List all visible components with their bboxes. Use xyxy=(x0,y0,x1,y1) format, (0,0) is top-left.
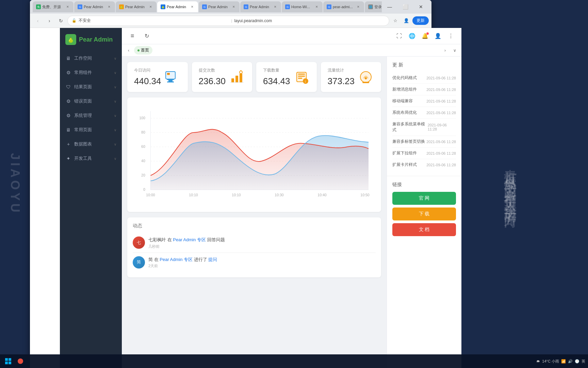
user-button[interactable]: 👤 xyxy=(433,31,443,41)
tab-close-2[interactable]: ✕ xyxy=(148,4,153,9)
stat-value-1: 236.30 xyxy=(199,76,226,87)
result-arrow: ∨ xyxy=(114,85,116,89)
stat-icon-2: ↓ xyxy=(293,68,310,86)
svg-rect-21 xyxy=(362,82,369,83)
update-name-2: 移动端兼容 xyxy=(392,98,413,104)
network-icon: 📶 xyxy=(561,359,566,364)
tab-close-3[interactable]: ✕ xyxy=(190,4,195,9)
stat-info-3: 流量统计 373.23 xyxy=(328,67,355,87)
profile-button[interactable]: 👤 xyxy=(402,16,411,26)
components-label: 常用组件 xyxy=(74,70,111,76)
activity-action-1[interactable]: 提问 xyxy=(208,257,217,262)
svg-text:10:40: 10:40 xyxy=(317,193,326,197)
sidebar-item-pages[interactable]: 🖥 常用页面 ∨ xyxy=(60,123,122,137)
components-arrow: ∨ xyxy=(114,71,116,75)
pages-arrow: ∨ xyxy=(114,128,116,132)
sidebar-item-devtools[interactable]: ✦ 开发工具 ∨ xyxy=(60,151,122,166)
update-time-1: 2021-09-06 11:28 xyxy=(426,88,456,92)
activity-section: 动态 七 七彩枫叶 在 Pear Admin 专区 回答问题 几秒 xyxy=(127,217,381,277)
tab-4[interactable]: G Pear Admin ✕ xyxy=(199,1,240,12)
deco-left: JIAOYU xyxy=(0,0,30,368)
start-button[interactable] xyxy=(3,356,14,367)
tab-8[interactable]: 🌐 登录 ✕ xyxy=(365,1,382,12)
tab-close-0[interactable]: ✕ xyxy=(65,4,70,9)
sidebar-item-charts[interactable]: + 数据图表 ∨ xyxy=(60,137,122,151)
update-item-1: 新增消息组件 2021-09-06 11:28 xyxy=(392,84,456,95)
sidebar-item-components[interactable]: ⚙ 常用组件 ∨ xyxy=(60,65,122,80)
title-bar: 免 免费、开源 ✕ G Pear Admin ✕ 🍐 Pear Admin ✕ … xyxy=(30,0,431,14)
stat-card-3: 流量统计 373.23 xyxy=(321,62,381,92)
svg-rect-1 xyxy=(167,79,174,80)
tab-1[interactable]: G Pear Admin ✕ xyxy=(74,1,115,12)
refresh-button[interactable]: ↻ xyxy=(56,16,66,26)
tab-6[interactable]: G Home-Wi... ✕ xyxy=(282,1,323,12)
star-button[interactable]: ☆ xyxy=(391,16,400,26)
globe-button[interactable]: 🌐 xyxy=(407,31,417,41)
refresh-app-button[interactable]: ↻ xyxy=(142,31,152,41)
forward-button[interactable]: › xyxy=(44,16,54,26)
tab-favicon-2: 🍐 xyxy=(119,4,124,9)
official-site-button[interactable]: 官 网 xyxy=(392,192,456,205)
speaker-icon: 🔊 xyxy=(568,359,573,364)
update-item-6: 扩展下拉组件 2021-09-06 11:28 xyxy=(392,148,456,159)
home-tab[interactable]: 首页 xyxy=(134,46,152,55)
tab-0[interactable]: 免 免费、开源 ✕ xyxy=(33,1,74,12)
tab-2[interactable]: 🍐 Pear Admin ✕ xyxy=(116,1,157,12)
activity-target-0[interactable]: Pear Admin 专区 xyxy=(173,237,206,242)
close-button[interactable]: ✕ xyxy=(413,1,429,12)
security-icon: 🔓 xyxy=(72,18,77,23)
activity-user-1: 简 xyxy=(148,257,153,262)
devtools-icon: ✦ xyxy=(65,155,71,162)
devtools-arrow: ∨ xyxy=(114,157,116,160)
svg-rect-6 xyxy=(231,78,234,82)
tabs-forward-button[interactable]: › xyxy=(441,46,449,55)
tab-7[interactable]: G pear-admi... ✕ xyxy=(323,1,364,12)
browser-window: 免 免费、开源 ✕ G Pear Admin ✕ 🍐 Pear Admin ✕ … xyxy=(30,0,431,368)
activity-target-1[interactable]: Pear Admin 专区 xyxy=(160,257,193,262)
address-bar: ‹ › ↻ 🔓 不安全 | layui.pearadmin.com ☆ 👤 更新 xyxy=(30,14,431,28)
tab-close-5[interactable]: ✕ xyxy=(273,4,278,9)
updates-title: 更 新 xyxy=(392,62,456,68)
tab-favicon-3: 🍐 xyxy=(161,4,165,9)
svg-rect-42 xyxy=(9,358,11,361)
more-button[interactable]: ⋮ xyxy=(446,31,456,41)
update-time-4: 2021-09-06 11:28 xyxy=(428,123,456,131)
update-name-3: 系统布局优化 xyxy=(392,110,417,116)
fullscreen-button[interactable]: ⛶ xyxy=(394,31,404,41)
sidebar-item-system[interactable]: ⚙ 系统管理 ∨ xyxy=(60,108,122,123)
docs-button[interactable]: 文 档 xyxy=(392,223,456,236)
sidebar-item-workspace[interactable]: 🖥 工作空间 ∨ xyxy=(60,51,122,65)
workspace-icon: 🖥 xyxy=(65,55,71,61)
activity-time-1: 2天前 xyxy=(148,263,217,269)
update-name-7: 扩展卡片样式 xyxy=(392,162,417,168)
tab-3[interactable]: 🍐 Pear Admin ✕ xyxy=(157,1,198,12)
tabs-down-button[interactable]: ∨ xyxy=(451,46,459,55)
tab-close-6[interactable]: ✕ xyxy=(314,4,319,9)
svg-rect-14 xyxy=(298,74,305,75)
update-button[interactable]: 更新 xyxy=(412,16,429,25)
tab-label-7: pear-admi... xyxy=(333,5,353,9)
sidebar-item-error[interactable]: ⚙ 错误页面 ∨ xyxy=(60,94,122,108)
toggle-menu-button[interactable]: ≡ xyxy=(127,31,137,41)
taskbar-app-icon[interactable] xyxy=(15,356,26,367)
sidebar-item-result[interactable]: 🛡 结果页面 ∨ xyxy=(60,80,122,94)
deco-right-text: 青灯点燃学习的兴趣指引人生前进的方向 xyxy=(502,159,518,209)
maximize-button[interactable]: ⬜ xyxy=(397,1,413,12)
tab-favicon-6: G xyxy=(285,4,290,9)
back-button[interactable]: ‹ xyxy=(33,16,43,26)
url-bar[interactable]: 🔓 不安全 | layui.pearadmin.com xyxy=(67,16,389,26)
tab-close-4[interactable]: ✕ xyxy=(231,4,236,9)
tab-5[interactable]: G Pear Admin ✕ xyxy=(240,1,281,12)
activity-item-1: 简 简 在 Pear Admin 专区 进行了 提问 2天前 xyxy=(133,253,376,272)
tab-close-1[interactable]: ✕ xyxy=(107,4,112,9)
minimize-button[interactable]: — xyxy=(382,1,397,12)
tab-close-7[interactable]: ✕ xyxy=(356,4,361,9)
notification-button[interactable]: 🔔 xyxy=(420,31,430,41)
chart-card: 0 20 40 60 80 100 xyxy=(127,97,381,212)
tab-favicon-4: G xyxy=(202,4,207,9)
download-button[interactable]: 下 载 xyxy=(392,208,456,220)
tab-label-5: Pear Admin xyxy=(250,5,269,9)
activity-title: 动态 xyxy=(133,223,376,229)
main-area: ≡ ↻ ⛶ 🌐 🔔 👤 ⋮ ‹ 首页 xyxy=(122,28,461,368)
tabs-back-button[interactable]: ‹ xyxy=(125,46,133,55)
